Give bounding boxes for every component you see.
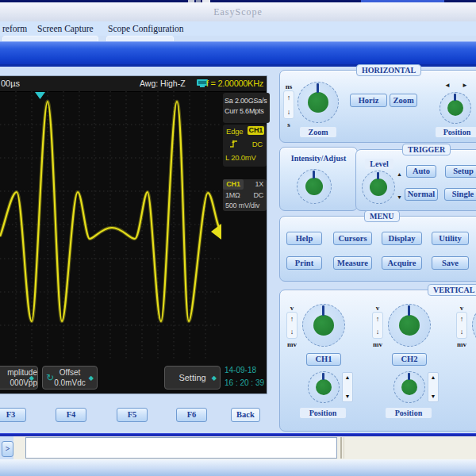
cursors-button[interactable]: Cursors xyxy=(333,232,372,245)
menu-bar: reform Screen Capture Scope Configuratio… xyxy=(0,21,476,36)
vertical-panel: VERTICAL v ↑ ↓ mv CH1 ▲ ▼ Position xyxy=(279,290,476,432)
horizontal-unit-s: s xyxy=(282,121,295,129)
intensity-knob[interactable] xyxy=(297,169,332,204)
channel-coupling: DC xyxy=(253,191,263,199)
fkey-f4[interactable]: F4 xyxy=(56,408,86,422)
softkey-amplitude[interactable]: mplitude 000Vpp ◆ xyxy=(0,366,38,390)
fkey-f5[interactable]: F5 xyxy=(117,408,148,422)
menu-item-screen-capture[interactable]: Screen Capture xyxy=(35,23,96,35)
easyscope-window: EasyScope reform Screen Capture Scope Co… xyxy=(0,0,476,476)
trigger-level-marker[interactable] xyxy=(211,224,221,240)
help-button[interactable]: Help xyxy=(286,232,322,245)
arrow-up-icon[interactable]: ↑ xyxy=(290,315,294,323)
knob-pointer xyxy=(322,373,324,380)
knob-cap xyxy=(401,379,417,395)
fkey-f3[interactable]: F3 xyxy=(0,408,26,422)
arrow-right-icon[interactable]: ► xyxy=(462,82,468,89)
ch1-position-knob[interactable] xyxy=(308,371,340,403)
print-button[interactable]: Print xyxy=(286,256,322,270)
acquire-button[interactable]: Acquire xyxy=(382,256,422,270)
arrow-down-icon[interactable]: ↓ xyxy=(287,108,291,116)
arrow-down-icon[interactable]: ↓ xyxy=(460,328,464,336)
vertical-unit-mv: mv xyxy=(456,340,467,348)
horizontal-position-knob[interactable] xyxy=(440,92,471,124)
trigger-auto-button[interactable]: Auto xyxy=(406,165,436,178)
trigger-level-knob[interactable] xyxy=(362,171,395,204)
bottom-gradient-bar xyxy=(0,459,476,476)
spin-down-icon[interactable]: ▼ xyxy=(431,393,436,400)
vertical-unit-mv: mv xyxy=(372,340,383,348)
ch1-scale-knob[interactable] xyxy=(302,304,345,347)
zoom-button[interactable]: Zoom xyxy=(390,94,417,107)
softkey-offset[interactable]: ↻ Offset 0.0mVdc ◆ xyxy=(42,366,98,390)
measure-button[interactable]: Measure xyxy=(333,256,372,270)
knob-pointer xyxy=(408,373,410,380)
awg-load-readout: Awg: High-Z xyxy=(140,79,186,88)
vertical-ch3-column: v ↑ ↓ mv xyxy=(456,290,476,431)
ch1-scale-arrows[interactable]: ↑ ↓ xyxy=(286,312,298,339)
arrow-up-icon[interactable]: ↑ xyxy=(376,315,380,323)
arrow-up-icon[interactable]: ↑ xyxy=(460,315,464,323)
ch1-button[interactable]: CH1 xyxy=(306,353,341,366)
spin-down-icon[interactable]: ▼ xyxy=(345,393,351,400)
spin-up-icon[interactable]: ▲ xyxy=(345,374,351,381)
trigger-position-marker[interactable] xyxy=(35,92,45,99)
ch2-scale-knob[interactable] xyxy=(388,304,431,347)
memory-points: Curr 5.6Mpts xyxy=(225,106,268,117)
ch2-button[interactable]: CH2 xyxy=(392,353,427,366)
horiz-button[interactable]: Horiz xyxy=(350,94,387,107)
knob-cap xyxy=(370,178,387,196)
scope-status-bar: 00µs Awg: High-Z f = 2.00000KHz xyxy=(0,76,266,92)
trigger-setup-button[interactable]: Setup xyxy=(445,165,476,178)
softkey-setting[interactable]: Setting ◆ xyxy=(164,366,221,390)
ch1-position-spinner[interactable]: ▲ ▼ xyxy=(342,372,353,402)
knob-pointer xyxy=(377,172,379,179)
panel-splitter[interactable] xyxy=(340,437,344,459)
arrow-up-icon[interactable]: ↑ xyxy=(287,94,291,102)
adjust-diamond-icon: ◆ xyxy=(29,374,34,382)
ch2-position-spinner[interactable]: ▲ ▼ xyxy=(428,372,439,402)
ch3-scale-arrows[interactable]: ↑ ↓ xyxy=(456,312,467,339)
knob-pointer xyxy=(313,171,315,178)
ch2-position-knob[interactable] xyxy=(393,371,425,403)
message-listbox[interactable] xyxy=(25,437,337,459)
save-button[interactable]: Save xyxy=(432,256,469,270)
horizontal-position-arrows[interactable]: ◄ ► xyxy=(441,82,471,89)
arrow-left-icon[interactable]: ◄ xyxy=(444,82,451,89)
utility-button[interactable]: Utility xyxy=(432,232,469,245)
trigger-normal-button[interactable]: Normal xyxy=(405,188,438,201)
expand-panel-button[interactable]: > xyxy=(2,441,13,457)
monitor-icon-screen xyxy=(198,81,206,84)
title-bar: EasyScope xyxy=(0,2,476,22)
trigger-panel-title: TRIGGER xyxy=(402,144,451,155)
input-impedance: 1MΩ xyxy=(225,191,240,199)
fkey-f6[interactable]: F6 xyxy=(176,408,207,422)
frequency-readout: f = 2.00000KHz xyxy=(206,79,263,88)
trigger-source-badge: CH1 xyxy=(248,126,264,135)
channel-info: CH1 1X 1MΩ DC 500 mV/div xyxy=(223,179,267,211)
back-button[interactable]: Back xyxy=(231,408,260,422)
knob-cap xyxy=(305,178,323,195)
level-up-icon[interactable]: ▲ xyxy=(397,171,402,178)
date-readout: 14-09-18 xyxy=(225,364,264,377)
horizontal-zoom-knob[interactable] xyxy=(298,82,339,123)
ch2-scale-arrows[interactable]: ↑ ↓ xyxy=(372,312,383,339)
menu-item-waveform[interactable]: reform xyxy=(0,23,29,35)
display-button[interactable]: Display xyxy=(382,232,422,245)
level-down-icon[interactable]: ▼ xyxy=(397,194,402,201)
arrow-down-icon[interactable]: ↓ xyxy=(290,328,294,336)
horizontal-scale-arrows[interactable]: ↑ ↓ xyxy=(283,90,294,119)
vertical-unit-mv: mv xyxy=(286,340,298,348)
spin-up-icon[interactable]: ▲ xyxy=(431,374,436,381)
intensity-panel: Intensity/Adjust xyxy=(279,147,358,211)
ch3-scale-knob[interactable] xyxy=(472,304,476,347)
knob-cap xyxy=(399,315,420,336)
trigger-level-readout: L 20.0mV xyxy=(225,153,256,162)
ch2-position-label: Position xyxy=(386,408,432,418)
menu-item-scope-configuration[interactable]: Scope Configuration xyxy=(106,23,186,35)
trigger-info: Edge CH1 DC L 20.0mV xyxy=(223,125,267,167)
horizontal-unit-ns: ns xyxy=(282,83,295,90)
timebase-readout: 00µs xyxy=(1,79,20,88)
trigger-single-button[interactable]: Single xyxy=(444,188,476,201)
arrow-down-icon[interactable]: ↓ xyxy=(376,328,380,336)
